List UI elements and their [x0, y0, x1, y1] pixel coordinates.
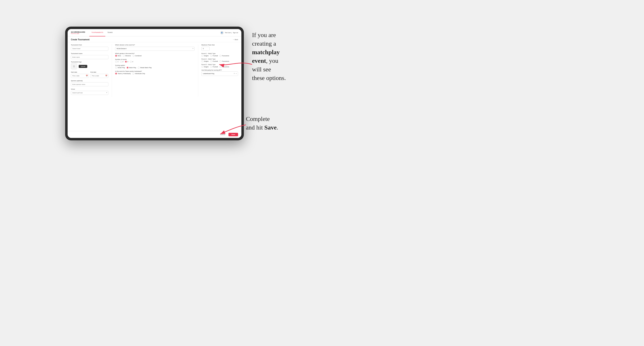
radio-stroke-label: Stroke Play	[118, 67, 125, 68]
annotation-bold: matchplay	[252, 49, 280, 55]
navbar: SCOREBOARD Powered by clippit TOURNAMENT…	[68, 29, 241, 36]
radio-individuals-circle	[132, 73, 134, 74]
r1-fourball-circle	[210, 55, 212, 57]
tournament-name-label: Tournament name	[71, 53, 108, 54]
venue-label: Venue	[71, 88, 108, 90]
nav-teams[interactable]: TEAMS	[105, 29, 115, 36]
end-date-label: End date	[90, 71, 108, 73]
event-teams[interactable]: Teams (+Individuals)	[115, 73, 131, 74]
radio-r2-label: 2	[122, 61, 123, 62]
form-title: Create Tournament	[71, 38, 90, 41]
round-2[interactable]: 2	[120, 61, 123, 63]
r3-singles-label: Singles	[204, 66, 208, 67]
round1-radio-group: Singles Fourball Foursomes	[202, 55, 238, 57]
r2-singles[interactable]: Singles	[202, 60, 208, 62]
tablet-screen: SCOREBOARD Powered by clippit TOURNAMENT…	[68, 29, 241, 138]
scoring-medal[interactable]: Medal Match Play	[138, 67, 152, 69]
nav-tournaments[interactable]: TOURNAMENTS	[89, 29, 105, 36]
division-select-wrapper: NCAA Division I	[115, 46, 195, 51]
radio-stroke-circle	[115, 67, 117, 69]
logo-placeholder: 🖼	[71, 63, 77, 69]
venue-input[interactable]	[71, 91, 108, 95]
r1-foursomes[interactable]: Foursomes	[220, 55, 229, 57]
radio-match-label: Match Play	[129, 67, 136, 68]
rounds-radio-group: 1 2 3	[115, 61, 195, 63]
form-footer: Cancel Save	[68, 131, 241, 138]
radio-mens-label: Mens	[118, 55, 121, 56]
r3-singles[interactable]: Singles	[202, 66, 208, 68]
api-chevron-icon[interactable]: ▾	[236, 73, 237, 74]
signout-link[interactable]: Sign out	[233, 32, 238, 33]
tournament-host-input[interactable]	[71, 47, 108, 51]
api-select-tag[interactable]: Leaderboard King ✕ ▾	[202, 71, 238, 76]
upload-button[interactable]: Upload	[79, 65, 87, 68]
right-annotation: If you are creating a matchplay event, y…	[252, 31, 318, 82]
back-link[interactable]: ← Back	[233, 39, 238, 40]
event-for-field: Is this event for Teams and/or Individua…	[115, 71, 195, 74]
radio-medal-label: Medal Match Play	[140, 67, 152, 68]
api-clear-icon[interactable]: ✕	[234, 73, 235, 74]
form-col-left: Tournament Host Tournament name Tourname…	[71, 44, 112, 97]
radio-r4-circle	[130, 61, 132, 63]
r1-singles[interactable]: Singles	[202, 55, 208, 57]
radio-combined-label: Combined	[135, 55, 142, 56]
gender-mens[interactable]: Mens	[115, 55, 121, 57]
radio-r4-label: 4	[132, 61, 133, 62]
radio-mens-circle	[115, 55, 117, 57]
radio-r1-label: 1	[118, 61, 118, 62]
tournament-host-field: Tournament Host	[71, 44, 108, 51]
brand-sub: Powered by clippit	[71, 33, 85, 34]
r1-fourball-label: Fourball	[213, 55, 218, 56]
sponsor-input[interactable]	[71, 82, 108, 86]
date-row: Start date 📅 End date 📅	[71, 71, 108, 78]
logo-upload-area: 🖼 Upload	[71, 63, 108, 69]
scoring-field: Scoring system Stroke Play Match Play	[115, 65, 195, 69]
user-label: Test User |	[225, 32, 232, 33]
bottom-line2: and hit Save.	[246, 124, 278, 131]
radio-medal-circle	[138, 67, 140, 69]
gender-combined[interactable]: Combined	[132, 55, 142, 57]
form-header: Create Tournament ← Back	[68, 36, 241, 42]
round-4[interactable]: 4	[130, 61, 133, 63]
tournament-logo-field: Tournament logo 🖼 Upload	[71, 61, 108, 69]
radio-combined-circle	[132, 55, 134, 57]
r2-fourball-circle	[210, 60, 212, 62]
sponsor-label: Sponsor (optional)	[71, 80, 108, 81]
r2-singles-label: Singles	[204, 61, 208, 62]
radio-teams-label: Teams (+Individuals)	[118, 73, 131, 74]
radio-r3-circle	[125, 61, 127, 63]
round-1[interactable]: 1	[115, 61, 118, 63]
radio-womens-label: Womens	[125, 55, 131, 56]
scoring-stroke[interactable]: Stroke Play	[115, 67, 125, 69]
r3-fourball-circle	[210, 66, 212, 68]
start-date-field: Start date 📅	[71, 71, 89, 78]
right-arrow-svg	[215, 58, 256, 71]
r1-fourball[interactable]: Fourball	[210, 55, 218, 57]
annotation-line1: If you are	[252, 31, 276, 38]
division-select[interactable]: NCAA Division I	[115, 47, 195, 51]
round1-match-type: Round 1 - Match Type Singles Fourball	[202, 53, 238, 57]
r1-singles-circle	[202, 55, 203, 57]
rounds-field: Number of rounds 1 2	[115, 59, 195, 63]
end-date-field: End date 📅	[90, 71, 108, 78]
calendar-icon-2: 📅	[105, 75, 107, 77]
r1-foursomes-label: Foursomes	[222, 55, 229, 56]
scoring-match[interactable]: Match Play	[127, 67, 136, 69]
rounds-label: Number of rounds	[115, 59, 195, 60]
event-for-radio-group: Teams (+Individuals) Individuals Only	[115, 73, 195, 74]
form-col-middle: Which division is the event for? NCAA Di…	[112, 44, 198, 97]
sponsor-field: Sponsor (optional)	[71, 80, 108, 87]
division-field: Which division is the event for? NCAA Di…	[115, 44, 195, 51]
nav-links: TOURNAMENTS TEAMS	[89, 29, 220, 36]
r3-singles-circle	[202, 66, 203, 68]
r1-singles-label: Singles	[204, 55, 208, 56]
gender-womens[interactable]: Womens	[123, 55, 131, 57]
bottom-arrow-svg	[217, 121, 250, 137]
tournament-name-input[interactable]	[71, 55, 108, 59]
event-individuals[interactable]: Individuals Only	[132, 73, 145, 74]
round-3[interactable]: 3	[125, 61, 128, 63]
radio-r2-circle	[120, 61, 122, 63]
main-content: Create Tournament ← Back Tournament Host…	[68, 36, 241, 138]
max-team-size-input[interactable]	[202, 47, 210, 51]
division-label: Which division is the event for?	[115, 44, 195, 46]
